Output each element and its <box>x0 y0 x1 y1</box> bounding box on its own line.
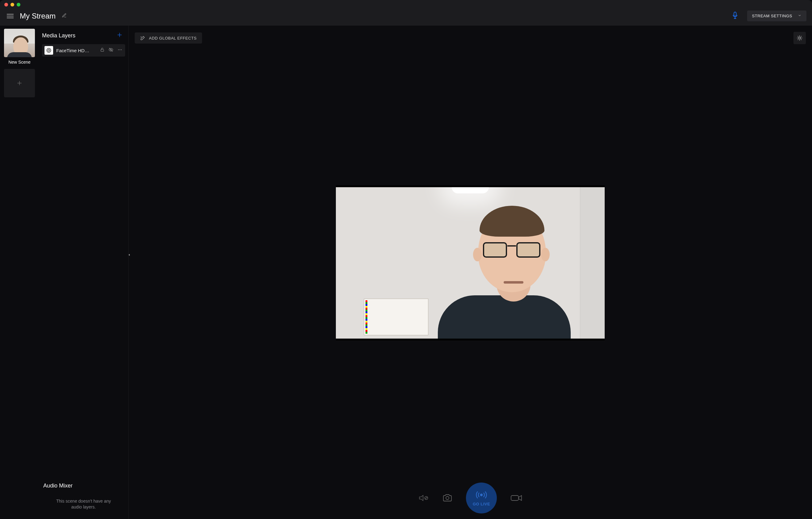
audio-mixer-empty-text: This scene doesn't have any audio layers… <box>43 498 124 510</box>
add-scene-button[interactable] <box>4 69 35 97</box>
preview-panel: ADD GLOBAL EFFECTS <box>128 26 812 519</box>
header-right: STREAM SETTINGS <box>732 10 807 21</box>
fullscreen-window-button[interactable] <box>17 3 20 6</box>
scenes-panel: New Scene <box>0 26 39 519</box>
svg-rect-9 <box>101 50 104 51</box>
microphone-icon <box>732 11 738 20</box>
video-camera-icon <box>511 494 522 502</box>
stream-settings-button[interactable]: STREAM SETTINGS <box>747 10 807 21</box>
audio-muted-icon <box>418 494 429 502</box>
ellipsis-icon <box>117 47 123 52</box>
broadcast-icon <box>475 490 488 500</box>
preview-canvas[interactable] <box>336 187 605 339</box>
audio-mixer-panel: Audio Mixer This scene doesn't have any … <box>39 478 128 519</box>
svg-line-23 <box>798 39 799 40</box>
scene-thumbnail <box>4 29 35 57</box>
hamburger-icon <box>7 14 13 15</box>
layer-row[interactable]: FaceTime HD… <box>42 44 125 57</box>
preview-canvas-wrap <box>135 49 806 477</box>
audio-mixer-title: Audio Mixer <box>43 483 124 489</box>
go-live-label: GO LIVE <box>473 502 490 506</box>
layer-more-button[interactable] <box>117 47 123 53</box>
snapshot-button[interactable] <box>442 494 452 502</box>
svg-rect-0 <box>734 12 736 16</box>
svg-point-7 <box>47 48 51 53</box>
bottom-toolbar: GO LIVE <box>135 477 806 516</box>
app-header: My Stream STREAM SETTINGS <box>0 9 812 26</box>
scene-card[interactable]: New Scene <box>4 29 35 64</box>
stream-settings-label: STREAM SETTINGS <box>752 13 792 18</box>
svg-line-26 <box>425 497 427 499</box>
header-left: My Stream <box>5 12 68 20</box>
stream-title: My Stream <box>20 12 56 20</box>
svg-point-13 <box>120 50 120 50</box>
window-traffic-lights <box>0 0 812 9</box>
microphone-button[interactable] <box>732 11 738 21</box>
layer-visibility-button[interactable] <box>108 47 114 53</box>
svg-marker-15 <box>128 254 129 256</box>
edit-title-button[interactable] <box>61 12 68 20</box>
svg-point-16 <box>799 37 801 39</box>
plus-icon <box>116 32 123 38</box>
layer-lock-button[interactable] <box>100 47 105 53</box>
svg-line-21 <box>798 36 799 37</box>
svg-point-27 <box>446 496 449 499</box>
svg-point-12 <box>118 50 119 50</box>
brightness-button[interactable] <box>793 32 806 44</box>
camera-source-icon <box>45 46 53 55</box>
svg-rect-29 <box>511 495 519 500</box>
lock-icon <box>100 47 105 52</box>
go-live-button[interactable]: GO LIVE <box>466 483 497 514</box>
chevron-down-icon <box>798 13 802 18</box>
svg-point-8 <box>48 50 50 51</box>
pencil-icon <box>62 13 67 18</box>
app-body: New Scene Media Layers FaceTime HD… <box>0 26 812 519</box>
collapse-panel-button[interactable] <box>127 253 131 258</box>
svg-point-28 <box>481 494 482 496</box>
layers-header: Media Layers <box>39 29 128 44</box>
layer-actions <box>100 47 123 53</box>
minimize-window-button[interactable] <box>10 3 14 6</box>
layer-name-label: FaceTime HD… <box>56 48 97 53</box>
add-layer-button[interactable] <box>115 31 124 40</box>
plus-icon <box>17 80 23 86</box>
add-global-effects-label: ADD GLOBAL EFFECTS <box>149 36 197 40</box>
scene-label: New Scene <box>8 60 31 64</box>
record-button[interactable] <box>511 494 522 502</box>
brightness-icon <box>796 35 803 41</box>
close-window-button[interactable] <box>4 3 8 6</box>
preview-topbar: ADD GLOBAL EFFECTS <box>135 32 806 44</box>
camera-icon <box>442 494 452 502</box>
preview-canvas-outer <box>336 185 605 341</box>
app-window: My Stream STREAM SETTINGS <box>0 0 812 519</box>
svg-line-22 <box>801 39 802 40</box>
svg-line-24 <box>801 36 802 37</box>
layers-title: Media Layers <box>42 32 76 39</box>
chevron-left-icon <box>127 253 131 257</box>
add-global-effects-button[interactable]: ADD GLOBAL EFFECTS <box>135 32 202 44</box>
mute-audio-button[interactable] <box>418 494 429 502</box>
wand-icon <box>140 35 145 40</box>
eye-off-icon <box>108 47 114 52</box>
svg-point-14 <box>121 50 121 50</box>
layers-panel: Media Layers FaceTime HD… <box>39 26 128 519</box>
menu-button[interactable] <box>5 13 15 20</box>
